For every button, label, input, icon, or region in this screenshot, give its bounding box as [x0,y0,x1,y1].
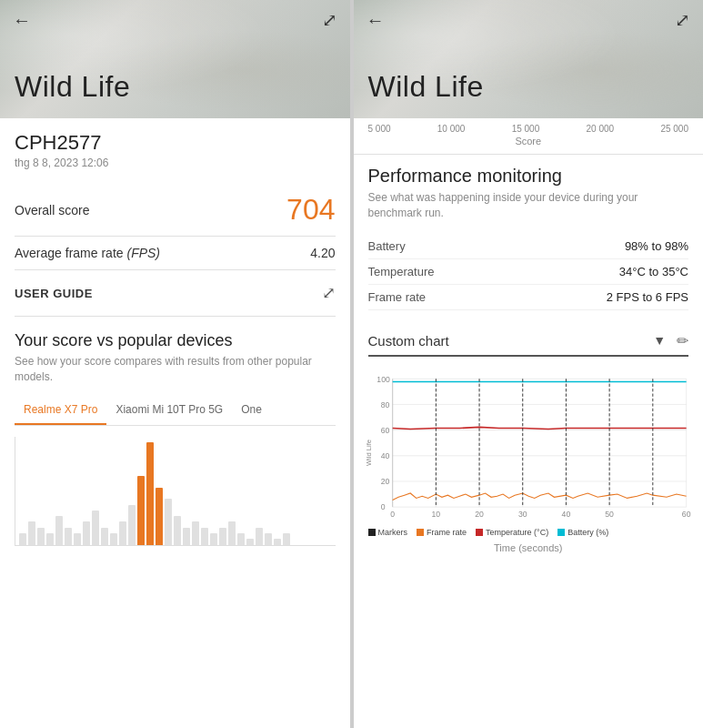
chart-legend: Markers Frame rate Temperature (°C) Batt… [354,524,704,541]
bar-item [28,521,35,544]
avg-fps-value: 4.20 [310,246,335,260]
chart-dropdown-row[interactable]: Custom chart ▼ ✏ [368,332,689,357]
bar-chart-area [15,437,336,546]
temperature-row: Temperature 34°C to 35°C [368,259,689,285]
legend-framerate-label: Frame rate [427,528,467,537]
temperature-value: 34°C to 35°C [619,265,688,278]
line-chart-container: 0 20 40 60 80 100 Wild Life [361,364,697,521]
line-chart-svg: 0 20 40 60 80 100 Wild Life [361,364,697,517]
bar-item [146,442,154,545]
legend-markers-label: Markers [378,528,408,537]
bar-item [274,539,281,544]
left-banner-title: Wild Life [15,70,130,104]
bar-item [156,488,163,545]
bar-item [110,533,117,545]
svg-text:50: 50 [605,510,614,517]
perf-subtitle: See what was happening inside your devic… [368,190,689,221]
svg-text:40: 40 [380,451,389,460]
svg-text:60: 60 [681,510,690,517]
device-date: thg 8 8, 2023 12:06 [15,157,336,169]
comparison-tabs: Realme X7 Pro Xiaomi Mi 10T Pro 5G One [15,396,336,426]
left-screen: ← ⤢ Wild Life CPH2577 thg 8 8, 2023 12:0… [0,0,350,728]
svg-text:0: 0 [390,510,395,517]
bar-item [283,533,290,545]
right-banner-title: Wild Life [368,70,484,104]
battery-key: Battery [368,239,406,253]
legend-framerate: Frame rate [417,528,467,537]
axis-labels: 5 000 10 000 15 000 20 000 25 000 [368,124,689,134]
avg-fps-row: Average frame rate (FPS) 4.20 [15,237,336,270]
overall-score-value: 704 [286,193,335,227]
vs-section-title: Your score vs popular devices [15,331,336,350]
battery-row: Battery 98% to 98% [368,234,689,259]
bar-item [256,528,263,545]
axis-label-0: 5 000 [368,124,391,134]
battery-color-swatch [557,529,565,536]
bar-item [183,528,190,545]
bar-item [237,533,245,545]
tab-one[interactable]: One [232,396,271,425]
axis-label-2: 15 000 [512,124,540,134]
svg-text:30: 30 [517,510,527,517]
bar-item [137,476,145,544]
bar-item [119,521,126,544]
svg-text:10: 10 [431,510,440,517]
right-back-button[interactable]: ← [367,10,385,31]
left-banner-nav: ← ⤢ [0,0,350,40]
tab-xiaomi-mi10t[interactable]: Xiaomi Mi 10T Pro 5G [106,396,232,425]
user-guide-label: USER GUIDE [15,287,93,300]
legend-temperature-label: Temperature (°C) [486,528,548,537]
user-guide-row[interactable]: USER GUIDE ⤢ [15,270,336,317]
svg-text:60: 60 [380,425,389,434]
legend-temperature: Temperature (°C) [476,528,548,537]
left-banner: ← ⤢ Wild Life [0,0,350,118]
legend-battery: Battery (%) [557,528,608,537]
chart-x-axis-title: Time (seconds) [354,542,704,561]
temperature-key: Temperature [368,265,435,278]
right-share-button[interactable]: ⤢ [675,9,690,31]
framerate-value: 2 FPS to 6 FPS [607,290,688,304]
axis-title: Score [368,136,689,147]
legend-battery-label: Battery (%) [567,528,608,537]
dropdown-arrow-icon[interactable]: ▼ [653,333,666,348]
svg-text:80: 80 [380,399,389,409]
bar-item [37,528,45,545]
edit-chart-icon[interactable]: ✏ [677,332,688,349]
bar-item [83,521,90,544]
bar-chart-inner [15,437,336,545]
axis-label-1: 10 000 [437,124,466,134]
temperature-color-swatch [476,529,483,536]
tab-realme-x7-pro[interactable]: Realme X7 Pro [15,396,106,425]
svg-text:0: 0 [380,502,385,511]
bar-item [201,528,208,545]
framerate-row: Frame rate 2 FPS to 6 FPS [368,285,689,310]
svg-text:100: 100 [377,374,390,383]
perf-section: Performance monitoring See what was happ… [354,155,704,321]
svg-text:Wild Life: Wild Life [364,440,372,466]
bar-item [246,539,254,544]
bar-item [46,533,54,545]
framerate-key: Frame rate [368,290,427,304]
bar-item [65,528,72,545]
right-banner: ← ⤢ Wild Life [354,0,704,118]
perf-title: Performance monitoring [368,166,689,187]
legend-markers: Markers [368,528,408,537]
bar-item [165,499,172,544]
left-share-button[interactable]: ⤢ [322,9,337,31]
battery-value: 98% to 98% [625,239,688,253]
markers-color-swatch [368,529,376,536]
bar-item [55,516,63,544]
left-content: CPH2577 thg 8 8, 2023 12:06 Overall scor… [0,118,350,728]
bar-item [219,528,226,545]
bar-item [101,528,108,545]
right-banner-nav: ← ⤢ [354,0,704,40]
device-name: CPH2577 [15,131,336,155]
svg-text:20: 20 [380,477,389,486]
bar-item [74,533,81,545]
chart-dropdown-label: Custom chart [368,333,654,349]
left-back-button[interactable]: ← [13,10,31,31]
overall-score-label: Overall score [15,203,89,217]
score-axis-area: 5 000 10 000 15 000 20 000 25 000 Score [354,118,704,155]
bar-item [19,533,26,545]
user-guide-share-icon[interactable]: ⤢ [322,283,336,303]
